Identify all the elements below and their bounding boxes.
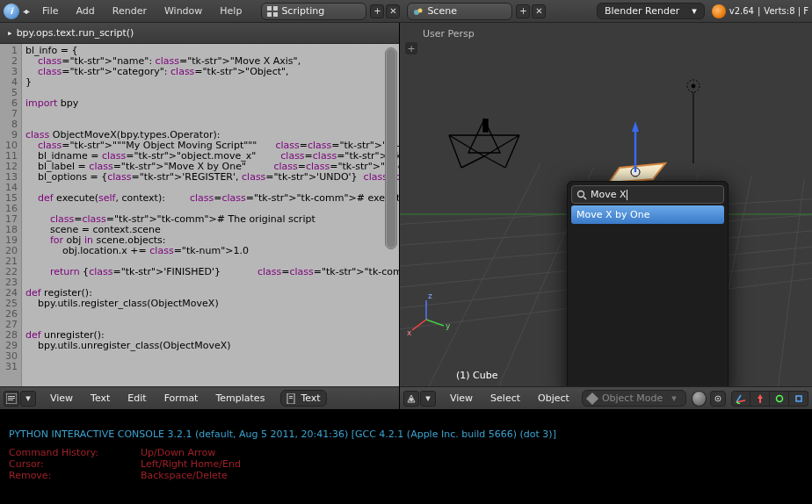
viewport-persp-label: User Persp [423, 28, 475, 40]
text-menu-format[interactable]: Format [156, 392, 207, 404]
viewport-area: z y x User Persp + (1) Cube Move X Move … [400, 23, 812, 409]
operator-search-popup: Move X Move X by One [567, 181, 729, 386]
text-editor[interactable]: 1234567891011121314151617181920212223242… [0, 44, 399, 386]
screen-layout-field[interactable] [261, 3, 366, 20]
svg-point-58 [776, 395, 782, 401]
text-menu-edit[interactable]: Edit [119, 392, 155, 404]
text-editor-header: ▾ View Text Edit Format Templates Text [0, 386, 399, 409]
render-engine-label: Blender Render [605, 5, 679, 17]
mode-label: Object Mode [602, 392, 663, 404]
blender-logo-icon [712, 4, 726, 18]
screen-layout-input[interactable] [281, 5, 360, 17]
svg-rect-0 [267, 6, 272, 11]
operator-search-query: Move X [591, 189, 627, 200]
svg-rect-11 [289, 396, 293, 397]
viewport-header: ▾ View Select Object Object Mode ▾ [400, 386, 812, 409]
text-menu-text[interactable]: Text [82, 392, 119, 404]
console-help-row: Command History:Up/Down Arrow [9, 447, 803, 458]
text-scrollbar[interactable] [385, 47, 397, 249]
console-header-line: PYTHON INTERACTIVE CONSOLE 3.2.1 (defaul… [9, 428, 803, 440]
svg-point-53 [717, 398, 719, 400]
scene-icon [413, 6, 424, 17]
svg-rect-9 [8, 400, 13, 400]
svg-line-49 [584, 197, 586, 199]
viewport-object-label: (1) Cube [456, 370, 497, 381]
code-content[interactable]: bl_info = { class="tk-str">"name": class… [22, 44, 399, 386]
svg-rect-2 [267, 12, 272, 17]
operator-search-input-row[interactable]: Move X [571, 185, 724, 204]
text-menu-view[interactable]: View [41, 392, 82, 404]
text-datablock-field[interactable]: Text [280, 390, 326, 407]
manipulator-rotate[interactable] [770, 391, 789, 407]
svg-line-27 [449, 135, 484, 156]
add-layout-button[interactable]: + [370, 4, 384, 18]
svg-line-44 [412, 320, 426, 330]
svg-point-51 [410, 398, 413, 401]
scene-field[interactable] [407, 3, 512, 20]
text-datablock-icon [286, 393, 297, 404]
svg-rect-1 [273, 6, 278, 11]
search-icon [576, 190, 587, 200]
svg-rect-59 [796, 396, 801, 401]
menu-help[interactable]: Help [211, 5, 250, 17]
manipulator-toggle[interactable] [731, 391, 750, 407]
menu-window[interactable]: Window [156, 5, 211, 17]
pivot-point-button[interactable] [710, 391, 726, 407]
svg-text:z: z [428, 292, 432, 300]
text-menu-templates[interactable]: Templates [207, 392, 273, 404]
scene-input[interactable] [427, 5, 506, 17]
svg-marker-57 [758, 394, 763, 403]
info-icon[interactable]: i [4, 4, 19, 19]
remove-layout-button[interactable]: ✕ [386, 4, 400, 18]
console-help-row: Cursor:Left/Right Home/End [9, 458, 803, 470]
svg-point-5 [418, 8, 423, 12]
python-console[interactable]: PYTHON INTERACTIVE CONSOLE 3.2.1 (defaul… [0, 409, 812, 504]
viewport-editor-type-dropdown[interactable]: ▾ [420, 391, 436, 407]
remove-scene-button[interactable]: ✕ [532, 4, 546, 18]
viewport-editor-type-icon[interactable] [403, 391, 419, 407]
line-number-gutter: 1234567891011121314151617181920212223242… [0, 44, 22, 386]
svg-marker-41 [632, 121, 639, 132]
svg-text:x: x [407, 328, 412, 337]
svg-line-30 [484, 156, 505, 168]
viewport-canvas[interactable]: z y x User Persp + (1) Cube Move X Move … [400, 23, 812, 386]
menu-add[interactable]: Add [67, 5, 103, 17]
text-editor-area: ▸bpy.ops.text.run_script() 1234567891011… [0, 23, 400, 409]
viewport-menu-select[interactable]: Select [482, 392, 529, 404]
text-editor-type-dropdown[interactable]: ▾ [20, 391, 36, 407]
svg-point-48 [578, 191, 584, 197]
add-scene-button[interactable]: + [516, 4, 530, 18]
version-label: v2.64 [729, 6, 754, 16]
svg-line-28 [484, 135, 519, 156]
viewport-menu-object[interactable]: Object [529, 392, 578, 404]
viewport-toolbar-toggle[interactable]: + [405, 42, 417, 54]
render-engine-dropdown[interactable]: Blender Render ▾ [597, 3, 705, 19]
text-editor-type-icon[interactable] [4, 391, 19, 407]
layout-icon [267, 6, 278, 17]
svg-line-56 [736, 402, 740, 404]
svg-line-29 [461, 156, 484, 168]
info-header: i ◂▸ File Add Render Window Help + ✕ + ✕… [0, 0, 812, 23]
svg-text:y: y [446, 321, 451, 330]
operator-search-result[interactable]: Move X by One [571, 205, 724, 224]
console-help-row: Remove:Backspace/Delete [9, 470, 803, 481]
text-datablock-label: Text [301, 392, 320, 404]
svg-point-36 [692, 84, 695, 88]
svg-rect-12 [289, 398, 293, 399]
svg-rect-3 [273, 12, 278, 17]
svg-rect-8 [8, 398, 15, 399]
editor-type-dropdown[interactable]: ◂▸ [23, 6, 28, 16]
manipulator-scale[interactable] [789, 391, 808, 407]
scene-stats: Verts:8 | F [764, 6, 808, 16]
svg-line-31 [449, 135, 461, 168]
object-mode-icon [586, 392, 598, 404]
svg-marker-34 [483, 119, 488, 132]
menu-render[interactable]: Render [104, 5, 156, 17]
menu-file[interactable]: File [33, 5, 67, 17]
mode-selector[interactable]: Object Mode ▾ [582, 390, 686, 407]
svg-rect-7 [8, 396, 15, 397]
viewport-menu-view[interactable]: View [441, 392, 482, 404]
run-script-bar: ▸bpy.ops.text.run_script() [0, 23, 399, 44]
viewport-shading-button[interactable] [692, 391, 707, 407]
manipulator-translate[interactable] [750, 391, 770, 407]
